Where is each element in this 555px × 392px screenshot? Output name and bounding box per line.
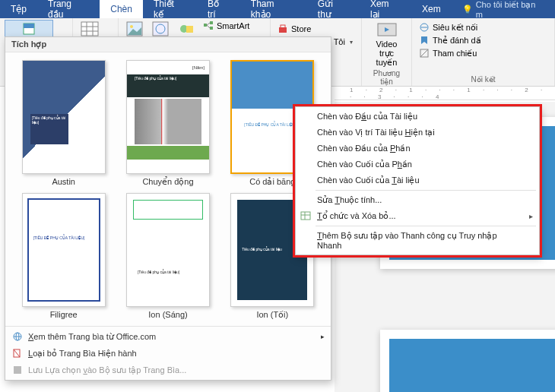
bookmark-button[interactable]: Thẻ đánh dấ	[417, 34, 484, 46]
tab-home[interactable]: Trang đầu	[37, 0, 100, 18]
shapes-button[interactable]	[175, 20, 198, 38]
svg-rect-34	[14, 366, 21, 374]
thumb-label: Có dải băng	[249, 177, 295, 187]
gallery-header: Tích hợp	[5, 37, 331, 52]
remove-icon	[11, 347, 24, 359]
svg-rect-15	[210, 27, 213, 30]
tab-insert[interactable]: Chèn	[100, 0, 143, 18]
more-office-label: Xem thêm Trang bìa từ Office.com	[28, 332, 156, 342]
svg-point-8	[130, 25, 133, 28]
video-label: Video trực tuyến	[369, 40, 404, 67]
crossref-button[interactable]: Tham chiếu	[417, 47, 484, 59]
crossref-icon	[419, 48, 430, 58]
thumb-label: Ion (Tối)	[256, 310, 288, 320]
table-icon	[81, 21, 99, 36]
media-group-label: Phương tiện	[366, 68, 407, 87]
cover-page-icon	[22, 22, 36, 36]
svg-rect-12	[186, 26, 193, 33]
tab-layout[interactable]: Bố trí	[197, 0, 240, 18]
save-icon	[11, 364, 24, 376]
svg-rect-13	[204, 24, 207, 27]
page-2[interactable]	[380, 330, 555, 392]
svg-rect-14	[210, 21, 213, 24]
tab-view[interactable]: Xem	[411, 0, 452, 18]
cm-insert-begin-doc[interactable]: Chèn vào Đầu của Tài liệu	[296, 109, 539, 125]
cm-edit-props[interactable]: Sửa Thuộc tính...	[296, 192, 539, 208]
cm-organize[interactable]: Tổ chức và Xóa bỏ...	[296, 208, 539, 224]
remove-cover-button[interactable]: Loại bỏ Trang Bìa Hiện hành	[5, 345, 331, 362]
tab-mailings[interactable]: Gửi thư	[307, 0, 360, 18]
thumb-sub: [Tiêu đề phụ của tài liệu]	[138, 270, 179, 274]
svg-rect-1	[24, 24, 34, 28]
smartart-button[interactable]: SmartArt	[201, 20, 252, 32]
online-picture-icon	[152, 21, 169, 36]
video-icon	[377, 21, 397, 38]
table-button[interactable]	[78, 20, 102, 38]
thumb-label: Chuyển động	[142, 177, 193, 187]
gallery-item-austin[interactable]: [Tiêu đề phụ của tài liệu] Austin	[11, 57, 116, 190]
store-button[interactable]: Store	[275, 23, 355, 35]
hyperlink-button[interactable]: Siêu kết nối	[417, 21, 484, 33]
svg-rect-2	[81, 22, 98, 36]
save-selection-button: Lưu Lựa chọn vào Bộ sưu tập Trang Bìa...	[5, 362, 331, 378]
thumb-filigree: [TIÊU ĐỀ PHỤ CỦA TÀI LIỆU]	[22, 193, 106, 307]
chevron-down-icon: ▾	[350, 39, 353, 46]
cm-insert-begin-section[interactable]: Chèn vào Đầu của Phần	[296, 141, 539, 156]
tab-file[interactable]: Tệp	[0, 0, 37, 18]
tab-review[interactable]: Xem lại	[360, 0, 411, 18]
separator	[316, 226, 536, 226]
save-selection-label: Lưu Lựa chọn vào Bộ sưu tập Trang Bìa...	[28, 365, 186, 375]
store-label: Store	[291, 24, 311, 33]
svg-line-16	[207, 23, 210, 25]
link-icon	[419, 22, 430, 33]
thumb-motion: [Năm] [Tiêu đề phụ của tài liệu]	[126, 60, 210, 174]
chevron-right-icon: ▸	[321, 333, 325, 340]
thumb-label: Filigree	[50, 310, 78, 319]
picture-icon	[126, 21, 143, 36]
thumb-sub: [TIÊU ĐỀ PHỤ CỦA TÀI LIỆU]	[244, 122, 296, 127]
online-video-button[interactable]: Video trực tuyến	[366, 20, 407, 68]
smartart-icon	[203, 21, 214, 31]
thumb-label: Austin	[52, 177, 75, 186]
cm-insert-end-doc[interactable]: Chèn vào Cuối của Tài liệu	[296, 172, 539, 188]
thumb-austin: [Tiêu đề phụ của tài liệu]	[22, 60, 106, 174]
context-menu: Chèn vào Đầu của Tài liệu Chèn vào Vị tr…	[295, 106, 540, 255]
gallery-grid: [Tiêu đề phụ của tài liệu] Austin [Năm] …	[5, 52, 331, 326]
thumb-label: Ion (Sáng)	[148, 310, 187, 319]
thumb-year: [Năm]	[192, 65, 205, 70]
cover-page-gallery: Tích hợp [Tiêu đề phụ của tài liệu] Aust…	[5, 36, 331, 381]
store-icon	[278, 24, 288, 34]
lightbulb-icon: 💡	[462, 5, 473, 14]
gallery-item-filigree[interactable]: [TIÊU ĐỀ PHỤ CỦA TÀI LIỆU] Filigree	[11, 190, 116, 323]
thumb-sub: [Tiêu đề phụ của tài liệu]	[135, 76, 176, 81]
tab-references[interactable]: Tham khảo	[240, 0, 307, 18]
cover-placeholder-2	[389, 339, 555, 392]
shapes-icon	[178, 21, 195, 36]
hyperlink-label: Siêu kết nối	[433, 23, 477, 33]
cm-insert-end-section[interactable]: Chèn vào Cuối của Phần	[296, 156, 539, 172]
tab-tell-me[interactable]: 💡 Cho tôi biết bạn m	[452, 0, 555, 18]
bookmark-icon	[419, 35, 430, 46]
gallery-item-ion-light[interactable]: [Tiêu đề phụ của tài liệu] Ion (Sáng)	[116, 190, 220, 323]
cm-insert-current[interactable]: Chèn vào Vị trí Tài liệu Hiện tại	[296, 125, 539, 141]
organize-icon	[300, 210, 312, 223]
thumb-sub: [TIÊU ĐỀ PHỤ CỦA TÀI LIỆU]	[33, 236, 85, 240]
separator	[316, 190, 536, 191]
cm-add-to-qat[interactable]: Thêm Bộ sưu tập vào Thanh công cụ Truy n…	[296, 228, 539, 253]
thumb-sub: Tiêu đề phụ của tài liệu	[242, 247, 281, 251]
online-pictures-button[interactable]	[149, 20, 172, 38]
thumb-ion-light: [Tiêu đề phụ của tài liệu]	[126, 193, 210, 307]
gallery-item-motion[interactable]: [Năm] [Tiêu đề phụ của tài liệu] Chuyển …	[116, 57, 220, 190]
tell-me-label: Cho tôi biết bạn m	[476, 0, 544, 19]
pictures-button[interactable]	[123, 20, 146, 38]
svg-rect-35	[301, 212, 310, 220]
svg-line-28	[420, 49, 428, 57]
horizontal-ruler[interactable]: 1 · 2 · 1 · · · 1 · · · 2 · · · 3 · · · …	[335, 87, 555, 100]
globe-icon	[11, 330, 24, 343]
tab-design[interactable]: Thiết kế	[143, 0, 197, 18]
bookmark-label: Thẻ đánh dấ	[433, 36, 481, 46]
ribbon-tabs: Tệp Trang đầu Chèn Thiết kế Bố trí Tham …	[0, 0, 555, 18]
links-group-label: Nối kết	[417, 74, 550, 84]
remove-label: Loại bỏ Trang Bìa Hiện hành	[28, 349, 137, 359]
more-from-office-button[interactable]: Xem thêm Trang bìa từ Office.com ▸	[5, 328, 331, 345]
